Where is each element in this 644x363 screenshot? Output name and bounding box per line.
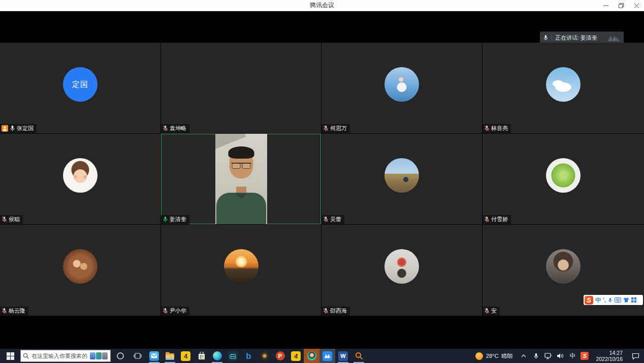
- participant-name: 付雪娇: [491, 216, 508, 223]
- tile-yuankunlue[interactable]: 袁坤略: [161, 43, 321, 134]
- taskbar-app-game-box[interactable]: 4: [288, 349, 304, 363]
- action-center-icon: [632, 353, 639, 359]
- sun-icon: [475, 352, 483, 360]
- avatar-photo: [384, 67, 419, 102]
- participant-name: 张定国: [17, 125, 34, 132]
- mic-muted-icon: [323, 125, 329, 132]
- robot-app-icon: [228, 351, 238, 361]
- taskbar-app-word[interactable]: W: [335, 349, 351, 363]
- minimize-button[interactable]: [598, 0, 614, 11]
- system-tray: 28°C 晴朗 中 S 14:27 2022/10/: [470, 349, 644, 363]
- search-highlight-thumbnails[interactable]: [90, 352, 108, 359]
- windows-logo-icon: [7, 352, 14, 360]
- tile-hesiwan[interactable]: 何思万: [321, 43, 482, 134]
- weather-widget[interactable]: 28°C 晴朗: [470, 352, 518, 360]
- hidden-icons-button[interactable]: [518, 349, 530, 363]
- soft-keyboard-icon[interactable]: [615, 297, 621, 302]
- ime-toolbar[interactable]: S 中 ’,: [584, 295, 643, 305]
- avatar-photo: [63, 158, 98, 193]
- close-button[interactable]: [629, 0, 644, 11]
- taskbar-clock[interactable]: 14:27 2022/10/16: [591, 350, 627, 362]
- taskbar-search[interactable]: [20, 350, 111, 362]
- participant-name: 林音亮: [491, 125, 508, 132]
- taskbar-app-robot[interactable]: [225, 349, 241, 363]
- restore-icon: [619, 3, 624, 8]
- bing-icon: b: [246, 352, 251, 360]
- search-thumb-icon: [102, 352, 108, 359]
- search-icon: [23, 353, 29, 359]
- mic-muted-icon: [163, 125, 168, 132]
- tile-yinxiaohua[interactable]: 尹小华: [161, 225, 321, 316]
- participant-label: 侯聪: [0, 215, 23, 224]
- avatar-photo: [384, 158, 419, 193]
- word-icon: W: [338, 351, 348, 361]
- taskbar-app-file-explorer[interactable]: [162, 349, 178, 363]
- start-button[interactable]: [0, 349, 20, 363]
- taskbar-app-bing[interactable]: b: [241, 349, 256, 363]
- avatar-photo: [546, 249, 581, 284]
- tile-zhangdingguo[interactable]: 定国 张定国: [0, 43, 161, 134]
- taskbar-app-game[interactable]: [256, 349, 272, 363]
- taskbar-app-archive-tool[interactable]: 4: [178, 349, 194, 363]
- participant-name: 何思万: [330, 125, 347, 132]
- avatar-photo: [224, 249, 259, 284]
- taskbar-app-contact-highlighted[interactable]: [304, 349, 319, 363]
- minimize-icon: [603, 3, 608, 8]
- tile-yangyunlong[interactable]: 杨云隆: [0, 225, 161, 316]
- glasses: [231, 163, 251, 168]
- tray-ime-mode[interactable]: 中: [566, 349, 578, 363]
- mic-muted-icon: [323, 216, 329, 223]
- taskbar-app-edge[interactable]: [209, 349, 225, 363]
- search-input[interactable]: [31, 353, 87, 359]
- participant-grid: 定国 张定国 袁坤略 何思万: [0, 43, 644, 316]
- search-thumb-icon: [90, 352, 95, 359]
- participant-label: 姜清奎: [161, 215, 189, 224]
- taskbar-app-microsoft-store[interactable]: [194, 349, 209, 363]
- taskbar-app-search-tool[interactable]: [351, 349, 367, 363]
- participant-label: 吴蕾: [321, 215, 344, 224]
- meeting-logo-watermark: [607, 35, 621, 42]
- ime-mode-indicator: 中: [569, 352, 575, 360]
- tray-microphone[interactable]: [530, 349, 542, 363]
- task-view-button[interactable]: [129, 349, 146, 363]
- tray-sogou[interactable]: S: [578, 349, 591, 363]
- mic-muted-icon: [2, 216, 7, 223]
- tile-linyinliang[interactable]: 林音亮: [482, 43, 644, 134]
- participant-name: 杨云隆: [9, 307, 25, 315]
- tile-jiangqingkui-active-speaker[interactable]: 姜清奎: [161, 134, 321, 225]
- tray-network[interactable]: [542, 349, 554, 363]
- toolbox-icon[interactable]: [631, 297, 636, 302]
- skin-icon[interactable]: [623, 297, 629, 302]
- tile-wulei[interactable]: 吴蕾: [321, 134, 482, 225]
- mic-muted-icon: [484, 308, 490, 314]
- tile-fuxuejiao[interactable]: 付雪娇: [482, 134, 644, 225]
- restore-button[interactable]: [614, 0, 629, 11]
- divider: [552, 35, 552, 41]
- taskbar-app-powerpoint[interactable]: P: [272, 349, 288, 363]
- tray-volume[interactable]: [554, 349, 566, 363]
- clock-time: 14:27: [596, 350, 623, 356]
- edge-icon: [213, 351, 222, 360]
- participant-name: 邵西海: [330, 307, 347, 315]
- avatar-initials: 定国: [63, 67, 98, 102]
- mic-on-icon: [10, 125, 15, 132]
- participant-label: 安: [482, 307, 500, 316]
- action-center-button[interactable]: [627, 349, 644, 363]
- avatar-photo: [546, 67, 581, 102]
- task-view-icon: [134, 352, 142, 359]
- network-icon: [544, 353, 552, 359]
- sogou-logo-icon[interactable]: S: [585, 296, 593, 305]
- tile-houcong[interactable]: 侯聪: [0, 134, 161, 225]
- ime-mode-button[interactable]: 中: [595, 296, 601, 304]
- taskbar-app-mail[interactable]: [146, 349, 162, 363]
- participant-label: 付雪娇: [482, 215, 511, 224]
- window-title: 腾讯会议: [310, 1, 334, 10]
- participant-label: 袁坤略: [161, 124, 189, 133]
- live-video: [215, 134, 267, 224]
- punctuation-button[interactable]: ’,: [603, 297, 606, 303]
- cortana-button[interactable]: [112, 349, 129, 363]
- tile-shaoxihai[interactable]: 邵西海: [321, 225, 482, 316]
- taskbar-app-tencent-meeting[interactable]: [319, 349, 335, 363]
- voice-input-icon[interactable]: [608, 297, 613, 303]
- mic-muted-icon: [163, 308, 168, 314]
